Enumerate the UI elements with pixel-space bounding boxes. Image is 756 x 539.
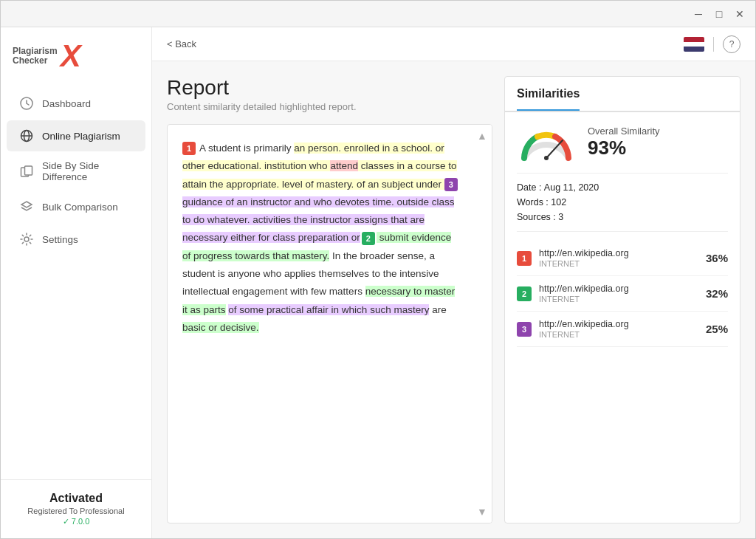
source-num-3: 3	[517, 322, 532, 337]
maximize-button[interactable]: □	[709, 4, 729, 24]
source-type-3: INTERNET	[539, 330, 700, 339]
para-num-3: 3	[444, 178, 458, 191]
source-item-1: 1 http://en.wikipedia.org INTERNET 36%	[517, 241, 728, 276]
sim-date: Date : Aug 11, 2020	[517, 182, 728, 193]
svg-marker-6	[21, 202, 32, 207]
layers-icon	[18, 199, 35, 215]
sidebar-label-online: Online Plagiarism	[42, 131, 120, 142]
para-num-2: 2	[362, 232, 375, 245]
sources-value: 3	[558, 212, 563, 222]
sidebar-item-online-plagiarism[interactable]: Online Plagiarism	[7, 120, 145, 151]
source-pct-2: 32%	[706, 287, 728, 300]
nav-items: Dashboard Online Plagiarism	[1, 80, 151, 479]
para-num-1: 1	[182, 142, 196, 155]
source-url-2[interactable]: http://en.wikipedia.org	[539, 284, 700, 294]
source-num-2: 2	[517, 286, 532, 301]
gauge-row: Overall Similarity 93%	[517, 124, 728, 161]
help-button[interactable]: ?	[723, 35, 740, 53]
sidebar-item-side-by-side[interactable]: Side By Side Difference	[7, 153, 145, 190]
report-title: Report	[167, 76, 492, 100]
overall-info: Overall Similarity 93%	[588, 126, 660, 159]
source-item-3: 3 http://en.wikipedia.org INTERNET 25%	[517, 312, 728, 347]
overall-label: Overall Similarity	[588, 126, 660, 137]
app-window: ─ □ ✕ Plagiarism Checker X	[0, 0, 756, 539]
sidebar-label-settings: Settings	[42, 234, 78, 245]
source-url-1[interactable]: http://en.wikipedia.org	[539, 248, 700, 258]
flag-icon	[684, 37, 704, 52]
sim-body: Overall Similarity 93% Date : Aug 11, 20…	[505, 112, 740, 523]
sidebar-item-bulk-comparison[interactable]: Bulk Comparison	[7, 191, 145, 222]
report-subtitle: Content similarity detailed highlighted …	[167, 101, 492, 112]
top-bar-right: ?	[684, 35, 740, 53]
report-scroll-area[interactable]: 1 A student is primarily an person. enro…	[168, 125, 472, 523]
text-hl-7: of some practical affair in which such m…	[228, 304, 429, 315]
sim-header: Similarities	[505, 77, 740, 112]
globe-icon	[18, 128, 35, 144]
svg-point-7	[24, 237, 29, 241]
source-info-2: http://en.wikipedia.org INTERNET	[539, 284, 700, 303]
sidebar-label-bulk: Bulk Comparison	[42, 202, 118, 213]
sim-divider-2	[517, 231, 728, 232]
sidebar-footer: Activated Registered To Professional ✓ 7…	[1, 479, 151, 538]
sim-divider-1	[517, 173, 728, 174]
back-link[interactable]: < Back	[167, 38, 196, 49]
gauge-container	[517, 124, 576, 161]
source-type-2: INTERNET	[539, 295, 700, 303]
text-hl-2: attend	[330, 160, 358, 171]
scroll-up-button[interactable]: ▲	[474, 128, 490, 144]
activated-label: Activated	[13, 492, 140, 505]
dashboard-icon	[18, 95, 35, 111]
scroll-column: ▲ ▼	[472, 125, 492, 523]
source-url-3[interactable]: http://en.wikipedia.org	[539, 319, 700, 329]
words-label: Words :	[517, 197, 549, 207]
svg-rect-5	[25, 166, 32, 175]
source-pct-3: 25%	[706, 323, 728, 335]
registered-label: Registered To Professional	[13, 507, 140, 515]
svg-point-9	[544, 156, 549, 160]
logo-checker: Checker	[13, 56, 58, 66]
report-content-wrapper: 1 A student is primarily an person. enro…	[167, 124, 492, 523]
sidebar-label-side: Side By Side Difference	[42, 160, 134, 182]
title-bar: ─ □ ✕	[1, 1, 755, 27]
sidebar: Plagiarism Checker X Dashboard	[1, 27, 152, 538]
source-type-1: INTERNET	[539, 259, 700, 268]
text-seg-1: A student is primarily	[199, 143, 294, 154]
source-info-1: http://en.wikipedia.org INTERNET	[539, 248, 700, 268]
copy-icon	[18, 163, 35, 179]
sim-words: Words : 102	[517, 197, 728, 207]
source-pct-1: 36%	[706, 252, 728, 264]
source-info-3: http://en.wikipedia.org INTERNET	[539, 319, 700, 339]
overall-percent: 93%	[588, 137, 660, 159]
content-area: < Back ? Report Content similarity detai…	[152, 27, 755, 538]
text-hl-8: basic or decisive.	[182, 322, 259, 333]
version-label: ✓ 7.0.0	[13, 517, 140, 526]
report-main: Report Content similarity detailed highl…	[152, 61, 755, 538]
report-title-area: Report Content similarity detailed highl…	[167, 76, 492, 112]
text-seg-5: are	[429, 304, 446, 315]
report-section: Report Content similarity detailed highl…	[167, 76, 492, 523]
source-item-2: 2 http://en.wikipedia.org INTERNET 32%	[517, 276, 728, 312]
sidebar-item-settings[interactable]: Settings	[7, 224, 145, 255]
logo-area: Plagiarism Checker X	[1, 27, 151, 80]
scroll-down-button[interactable]: ▼	[474, 504, 490, 520]
divider	[713, 37, 714, 52]
sidebar-label-dashboard: Dashboard	[42, 98, 91, 109]
sources-label: Sources :	[517, 212, 556, 222]
words-value: 102	[551, 197, 566, 207]
sim-title: Similarities	[517, 87, 580, 111]
report-text: 1 A student is primarily an person. enro…	[182, 140, 461, 337]
date-label: Date :	[517, 182, 541, 193]
app-body: Plagiarism Checker X Dashboard	[1, 27, 755, 538]
text-seg-3: few matters	[311, 286, 365, 297]
logo-text: Plagiarism Checker	[13, 47, 58, 66]
sidebar-item-dashboard[interactable]: Dashboard	[7, 88, 145, 119]
similarity-panel: Similarities	[504, 76, 740, 523]
source-num-1: 1	[517, 251, 532, 266]
top-bar: < Back ?	[152, 27, 755, 61]
date-value: Aug 11, 2020	[544, 182, 599, 193]
logo-x: X	[61, 41, 81, 72]
minimize-button[interactable]: ─	[689, 4, 708, 24]
gear-icon	[18, 231, 35, 247]
sim-sources: Sources : 3	[517, 212, 728, 222]
close-button[interactable]: ✕	[730, 4, 749, 24]
